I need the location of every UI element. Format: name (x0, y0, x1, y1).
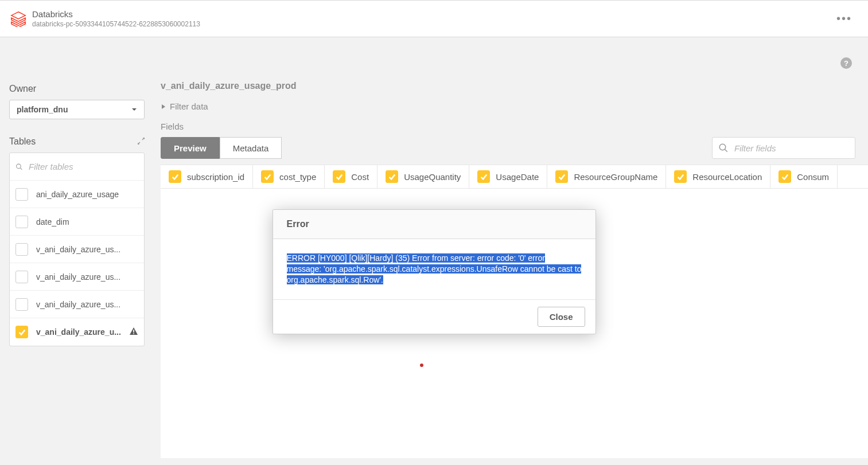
field-cell[interactable]: ResourceLocation (666, 165, 770, 188)
svg-rect-3 (133, 333, 134, 334)
field-cell[interactable]: UsageDate (469, 165, 547, 188)
field-checkbox[interactable] (674, 170, 687, 183)
modal-title: Error (273, 210, 595, 239)
field-checkbox[interactable] (555, 170, 568, 183)
error-modal: Error ERROR [HY000] [Qlik][Hardy] (35) E… (273, 209, 596, 334)
check-icon (18, 328, 26, 336)
expand-icon[interactable] (138, 138, 145, 146)
field-cell[interactable]: Cost (325, 165, 377, 188)
warning-icon (129, 327, 138, 338)
fields-label: Fields (161, 122, 868, 131)
table-checkbox[interactable] (15, 188, 28, 201)
table-item[interactable]: v_ani_daily_azure_u... (10, 318, 144, 346)
svg-point-4 (719, 144, 726, 150)
filter-tables-input[interactable] (29, 162, 138, 171)
page-title: v_ani_daily_azure_usage_prod (161, 81, 868, 91)
field-name: subscription_id (187, 172, 244, 182)
loading-dot-icon (420, 364, 423, 367)
check-icon (558, 173, 566, 181)
owner-select[interactable]: platform_dnu (9, 100, 145, 119)
table-name: v_ani_daily_azure_us... (36, 272, 138, 282)
tables-panel: ani_daily_azure_usage date_dim v_ani_dai… (9, 153, 145, 346)
table-name: v_ani_daily_azure_us... (36, 245, 138, 254)
search-icon (718, 143, 729, 153)
table-checkbox[interactable] (15, 326, 28, 338)
check-icon (335, 173, 343, 181)
table-checkbox[interactable] (15, 243, 28, 256)
filter-tables-row (10, 153, 144, 181)
field-checkbox[interactable] (779, 170, 791, 183)
help-icon[interactable]: ? (840, 57, 852, 69)
header-titles: Databricks databricks-pc-509334410574452… (32, 9, 200, 28)
field-checkbox[interactable] (261, 170, 274, 183)
svg-rect-2 (133, 330, 134, 333)
table-checkbox[interactable] (15, 216, 28, 228)
more-menu-icon[interactable]: ••• (831, 9, 858, 29)
field-name: UsageQuantity (404, 172, 461, 182)
filter-fields-input[interactable] (734, 143, 849, 153)
table-checkbox[interactable] (15, 271, 28, 283)
table-name: ani_daily_azure_usage (36, 190, 138, 199)
owner-value: platform_dnu (17, 105, 68, 114)
field-cell[interactable]: Consum (770, 165, 838, 188)
error-message: ERROR [HY000] [Qlik][Hardy] (35) Error f… (287, 253, 582, 284)
field-checkbox[interactable] (386, 170, 398, 183)
header: Databricks databricks-pc-509334410574452… (0, 0, 868, 37)
table-item[interactable]: v_ani_daily_azure_us... (10, 236, 144, 263)
tables-label: Tables (9, 136, 36, 147)
field-name: Cost (351, 172, 369, 182)
header-title: Databricks (32, 9, 200, 19)
sidebar: Owner platform_dnu Tables ani_daily_azur… (0, 37, 154, 465)
field-cell[interactable]: cost_type (253, 165, 325, 188)
table-item[interactable]: ani_daily_azure_usage (10, 181, 144, 208)
triangle-right-icon (161, 101, 166, 111)
close-button[interactable]: Close (538, 307, 585, 327)
field-cell[interactable]: UsageQuantity (377, 165, 469, 188)
svg-line-1 (20, 167, 22, 169)
search-icon (15, 162, 23, 172)
table-name: v_ani_daily_azure_us... (36, 300, 138, 309)
field-name: ResourceGroupName (574, 172, 657, 182)
table-checkbox[interactable] (15, 298, 28, 311)
table-item[interactable]: v_ani_daily_azure_us... (10, 291, 144, 318)
check-icon (263, 173, 271, 181)
svg-line-5 (725, 149, 727, 152)
field-cell[interactable]: ResourceGroupName (547, 165, 666, 188)
filter-data-toggle[interactable]: Filter data (161, 101, 868, 111)
check-icon (480, 173, 488, 181)
field-name: cost_type (279, 172, 316, 182)
filter-data-label: Filter data (170, 101, 208, 111)
table-name: v_ani_daily_azure_u... (36, 327, 126, 337)
field-checkbox[interactable] (333, 170, 345, 183)
check-icon (781, 173, 789, 181)
header-subtitle: databricks-pc-5093344105744522-622885306… (32, 20, 200, 28)
tab-metadata[interactable]: Metadata (220, 137, 282, 159)
field-name: UsageDate (496, 172, 539, 182)
check-icon (388, 173, 396, 181)
field-checkbox[interactable] (477, 170, 490, 183)
table-name: date_dim (36, 217, 138, 226)
field-name: ResourceLocation (692, 172, 762, 182)
fields-header-row: subscription_id cost_type Cost UsageQuan… (161, 165, 868, 189)
check-icon (171, 173, 179, 181)
filter-fields (712, 137, 855, 159)
field-checkbox[interactable] (169, 170, 181, 183)
modal-footer: Close (273, 300, 595, 334)
check-icon (676, 173, 684, 181)
databricks-logo-icon (10, 11, 26, 27)
field-name: Consum (797, 172, 829, 182)
svg-point-0 (17, 164, 21, 169)
tab-preview[interactable]: Preview (161, 137, 220, 159)
owner-label: Owner (9, 84, 145, 94)
table-item[interactable]: date_dim (10, 208, 144, 236)
table-item[interactable]: v_ani_daily_azure_us... (10, 263, 144, 291)
chevron-down-icon (131, 105, 137, 114)
field-cell[interactable]: subscription_id (161, 165, 253, 188)
modal-body: ERROR [HY000] [Qlik][Hardy] (35) Error f… (273, 239, 595, 300)
